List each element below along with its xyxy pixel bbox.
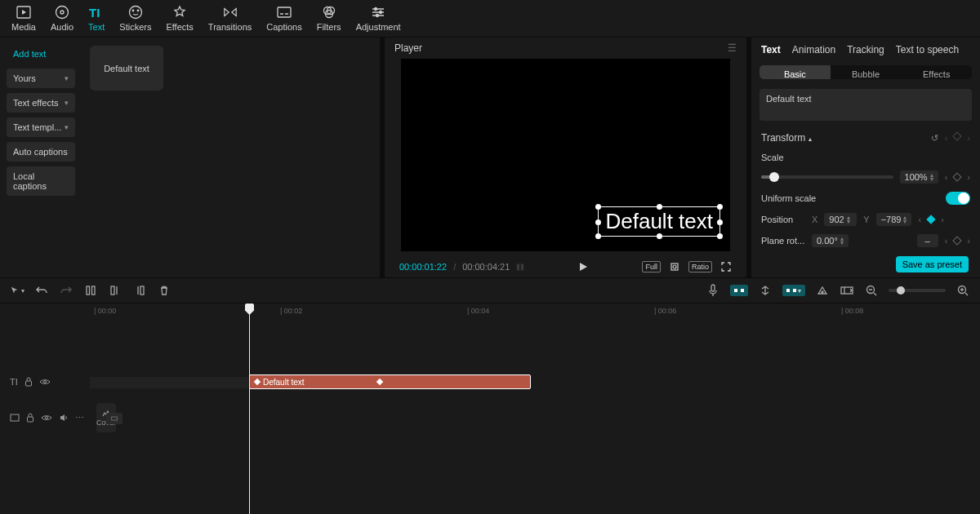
svg-point-12	[380, 11, 382, 14]
sidebar-text-templates[interactable]: Text templ...▾	[7, 117, 75, 137]
split-right-icon[interactable]	[132, 283, 147, 298]
sidebar-yours[interactable]: Yours▾	[7, 69, 75, 88]
magnetic-icon[interactable]	[730, 285, 748, 296]
keyframe-diamond-icon[interactable]	[953, 131, 962, 140]
undo-button[interactable]	[34, 283, 49, 298]
fullscreen-icon[interactable]	[720, 261, 732, 273]
plane-rotation-input[interactable]: 0.00°▴▾	[812, 234, 849, 247]
redo-button[interactable]	[59, 283, 74, 298]
playhead[interactable]	[249, 304, 250, 514]
resize-handle[interactable]	[717, 233, 723, 239]
time-ruler[interactable]: | 00:00 | 00:02 | 00:04 | 00:06 | 00:08	[90, 304, 980, 321]
lock-icon[interactable]	[24, 377, 33, 387]
tool-effects[interactable]: Effects	[166, 5, 193, 32]
track-options-icon[interactable]	[840, 283, 854, 298]
tool-media[interactable]: Media	[11, 5, 36, 32]
svg-rect-21	[734, 289, 737, 292]
mic-icon[interactable]	[706, 283, 720, 298]
resize-handle[interactable]	[595, 233, 601, 239]
resize-handle[interactable]	[717, 219, 723, 225]
mute-icon[interactable]	[59, 413, 69, 423]
resize-handle[interactable]	[657, 233, 662, 239]
rotation-badge[interactable]: –	[917, 234, 938, 247]
save-preset-button[interactable]: Save as preset	[896, 256, 969, 273]
eye-icon[interactable]	[41, 414, 52, 422]
keyframe-diamond-icon[interactable]	[953, 236, 962, 245]
add-text-button[interactable]: Add text	[7, 44, 75, 64]
keyframe-diamond-icon[interactable]	[953, 172, 962, 181]
eye-icon[interactable]	[39, 378, 51, 386]
position-y-input[interactable]: −789▴▾	[876, 213, 912, 226]
preview-icon[interactable]	[815, 283, 830, 298]
svg-rect-19	[140, 286, 144, 295]
player-viewport[interactable]: Default text	[401, 59, 730, 251]
tool-adjustment[interactable]: Adjustment	[356, 5, 401, 32]
tool-filters[interactable]: Filters	[317, 5, 341, 32]
svg-text:TI: TI	[89, 6, 100, 19]
svg-rect-23	[786, 289, 790, 292]
zoom-slider[interactable]	[889, 289, 946, 292]
tab-text[interactable]: Text	[761, 44, 781, 55]
svg-rect-7	[278, 7, 291, 17]
tool-transitions[interactable]: Transitions	[208, 5, 252, 32]
tool-captions[interactable]: Captions	[266, 5, 301, 32]
text-track-icon: TI	[10, 377, 18, 387]
uniform-scale-toggle[interactable]	[946, 192, 970, 205]
video-track-icon	[10, 414, 20, 422]
sidebar-text-effects[interactable]: Text effects▾	[7, 93, 75, 113]
split-left-icon[interactable]	[108, 283, 122, 298]
tool-audio[interactable]: Audio	[51, 5, 74, 32]
position-label: Position	[761, 215, 805, 224]
text-panel: Add text Yours▾ Text effects▾ Text templ…	[0, 38, 380, 277]
scale-slider[interactable]	[761, 175, 893, 179]
svg-point-25	[822, 291, 823, 293]
resize-handle[interactable]	[595, 204, 601, 210]
keyframe-icon[interactable]	[254, 379, 261, 385]
tool-stickers[interactable]: Stickers	[119, 5, 151, 32]
text-track-head: TI	[0, 364, 90, 400]
columns-icon[interactable]: ⦀⦀	[516, 262, 524, 273]
subtab-bubble[interactable]: Bubble	[831, 65, 902, 79]
link-icon[interactable]: ▾	[782, 285, 805, 296]
scale-value[interactable]: 100%▴▾	[900, 171, 938, 184]
ratio-button[interactable]: Ratio	[688, 261, 712, 273]
delete-icon[interactable]	[157, 283, 172, 298]
video-track[interactable]	[90, 400, 980, 436]
keyframe-diamond-icon[interactable]	[926, 215, 935, 224]
sidebar-auto-captions[interactable]: Auto captions	[7, 142, 75, 162]
subtab-basic[interactable]: Basic	[760, 65, 831, 79]
crop-icon[interactable]	[669, 261, 680, 273]
tracks-area[interactable]: | 00:00 | 00:02 | 00:04 | 00:06 | 00:08 …	[90, 304, 980, 514]
position-x-input[interactable]: 902▴▾	[824, 213, 857, 226]
more-icon[interactable]: ⋯	[75, 413, 85, 423]
reset-icon[interactable]: ↺	[931, 133, 938, 144]
player-menu-icon[interactable]: ☰	[728, 42, 737, 54]
full-button[interactable]: Full	[642, 261, 661, 273]
snap-icon[interactable]	[758, 283, 773, 298]
tab-tts[interactable]: Text to speech	[896, 44, 959, 55]
text-overlay[interactable]: Default text	[598, 206, 720, 237]
tab-tracking[interactable]: Tracking	[847, 44, 884, 55]
lock-icon[interactable]	[26, 413, 34, 423]
split-icon[interactable]	[83, 283, 98, 298]
svg-point-1	[56, 7, 69, 19]
video-clip[interactable]	[106, 413, 122, 424]
resize-handle[interactable]	[717, 204, 723, 210]
text-clip[interactable]: Default text	[249, 374, 531, 389]
tab-animation[interactable]: Animation	[792, 44, 835, 55]
text-track[interactable]: Default text	[90, 364, 980, 400]
text-content-input[interactable]: Default text	[760, 89, 972, 121]
svg-rect-32	[28, 417, 33, 422]
timecode-current: 00:00:01:22	[399, 262, 447, 272]
zoom-out-icon[interactable]	[864, 283, 879, 298]
pointer-tool-icon[interactable]: ▾	[10, 283, 24, 298]
play-button[interactable]	[577, 261, 589, 273]
resize-handle[interactable]	[595, 219, 601, 225]
zoom-in-icon[interactable]	[956, 283, 970, 298]
sidebar-local-captions[interactable]: Local captions	[7, 166, 75, 196]
tool-text[interactable]: TIText	[88, 5, 105, 32]
subtab-effects[interactable]: Effects	[901, 65, 972, 79]
text-preset-default[interactable]: Default text	[90, 46, 163, 91]
keyframe-icon[interactable]	[376, 379, 382, 385]
uniform-scale-label: Uniform scale	[761, 193, 816, 203]
